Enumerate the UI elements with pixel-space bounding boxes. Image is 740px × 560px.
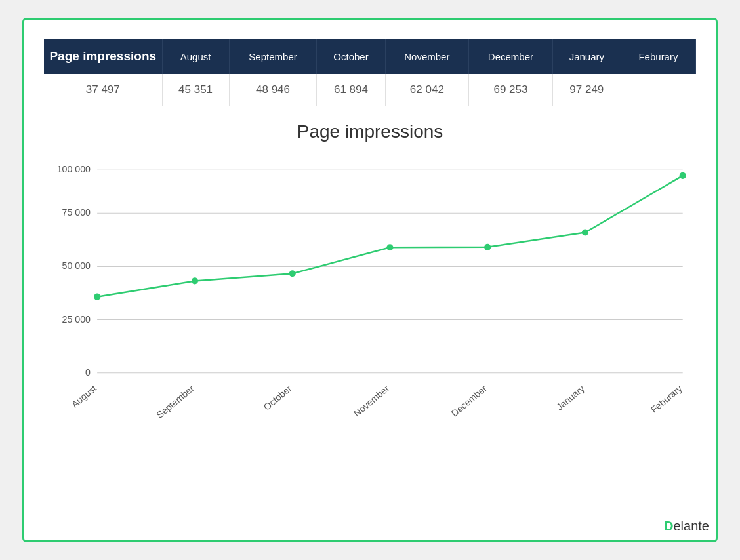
data-line: [97, 176, 683, 297]
x-label-sep: September: [154, 383, 196, 420]
chart-area: 0 25 000 50 000 75 000 100 000: [44, 155, 696, 431]
logo-text: elante: [674, 519, 710, 533]
point-sep: [192, 277, 198, 284]
y-label-0: 0: [85, 367, 91, 377]
val-nov: 61 894: [317, 74, 385, 106]
col-header-feb: Feburary: [621, 39, 695, 74]
point-feb: [680, 172, 686, 178]
val-oct: 48 946: [229, 74, 317, 106]
val-aug: 37 497: [44, 74, 162, 106]
col-header-dec: December: [469, 39, 553, 74]
x-label-feb: Feburary: [649, 382, 684, 414]
y-label-50k: 50 000: [62, 260, 91, 271]
col-header-sep: September: [229, 39, 317, 74]
row-header: Page impressions: [44, 39, 162, 74]
val-sep: 45 351: [162, 74, 229, 106]
col-header-nov: November: [385, 39, 469, 74]
x-label-oct: October: [262, 383, 294, 412]
data-table: Page impressions August September Octobe…: [44, 39, 696, 106]
y-label-100k: 100 000: [57, 164, 91, 174]
x-label-jan: January: [554, 382, 587, 412]
x-label-aug: August: [70, 383, 98, 410]
logo-d: D: [664, 519, 673, 533]
y-label-75k: 75 000: [62, 207, 91, 218]
point-dec: [484, 243, 491, 250]
logo: Delante: [664, 519, 709, 534]
col-header-jan: January: [552, 39, 621, 74]
val-dec: 62 042: [385, 74, 469, 106]
main-card: Page impressions August September Octobe…: [22, 18, 718, 542]
x-label-dec: December: [449, 383, 489, 419]
point-nov: [386, 244, 393, 250]
val-feb: 97 249: [552, 74, 621, 106]
point-aug: [94, 293, 100, 300]
chart-title: Page impressions: [44, 121, 696, 142]
col-header-oct: October: [317, 39, 385, 74]
val-jan: 69 253: [469, 74, 553, 106]
point-oct: [289, 270, 296, 277]
x-label-nov: November: [352, 383, 392, 419]
point-jan: [582, 229, 588, 235]
col-header-aug: August: [162, 39, 229, 74]
y-label-25k: 25 000: [62, 313, 91, 324]
line-chart-svg: 0 25 000 50 000 75 000 100 000: [44, 155, 696, 431]
